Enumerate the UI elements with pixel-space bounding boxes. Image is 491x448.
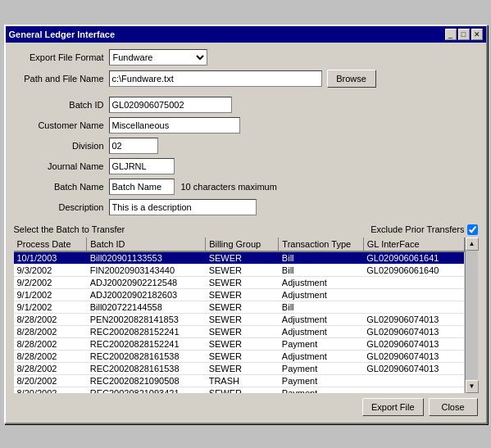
table-row[interactable]: 8/20/2002REC20020821090508TRASHPayment bbox=[14, 374, 465, 387]
table-cell: GL020906074013 bbox=[363, 362, 464, 374]
table-cell: SEWER bbox=[206, 362, 279, 374]
table-cell: Bill bbox=[279, 251, 363, 265]
table-cell: ADJ20020902182603 bbox=[87, 288, 206, 301]
table-cell bbox=[363, 288, 464, 301]
title-bar: General Ledger Interface _ □ ✕ bbox=[6, 26, 486, 43]
table-cell: FIN20020903143440 bbox=[87, 264, 206, 276]
export-format-select[interactable]: Fundware bbox=[109, 49, 207, 66]
batch-name-row: Batch Name 10 characters maximum bbox=[14, 179, 478, 195]
table-row[interactable]: 8/28/2002REC20020828152241SEWERPaymentGL… bbox=[14, 337, 465, 350]
table-row[interactable]: 8/28/2002REC20020828152241SEWERAdjustmen… bbox=[14, 325, 465, 337]
table-cell: 8/28/2002 bbox=[14, 337, 87, 350]
close-button[interactable]: ✕ bbox=[471, 29, 483, 40]
batch-table-container: Process Date Batch ID Billing Group Tran… bbox=[14, 238, 478, 393]
table-cell: SEWER bbox=[206, 325, 279, 337]
table-row[interactable]: 9/2/2002ADJ20020902212548SEWERAdjustment bbox=[14, 276, 465, 288]
browse-button[interactable]: Browse bbox=[327, 70, 376, 88]
table-row[interactable]: 9/1/2002Bill020722144558SEWERBill bbox=[14, 301, 465, 313]
path-label: Path and File Name bbox=[14, 74, 104, 84]
table-cell: 8/20/2002 bbox=[14, 374, 87, 387]
table-row[interactable]: 9/3/2002FIN20020903143440SEWERBillGL0209… bbox=[14, 264, 465, 276]
col-process-date: Process Date bbox=[14, 238, 87, 251]
exclude-transfers-checkbox[interactable] bbox=[467, 224, 478, 235]
table-cell: REC20020821093421 bbox=[87, 387, 206, 393]
table-cell: Payment bbox=[279, 337, 363, 350]
scroll-down-button[interactable]: ▼ bbox=[466, 380, 479, 393]
table-row[interactable]: 8/28/2002REC20020828161538SEWERAdjustmen… bbox=[14, 350, 465, 362]
table-cell: 8/28/2002 bbox=[14, 325, 87, 337]
table-cell: Adjustment bbox=[279, 313, 363, 325]
table-cell: Payment bbox=[279, 374, 363, 387]
table-cell: Bill bbox=[279, 301, 363, 313]
table-cell: SEWER bbox=[206, 251, 279, 265]
table-row[interactable]: 8/28/2002REC20020828161538SEWERPaymentGL… bbox=[14, 362, 465, 374]
table-cell: GL020906074013 bbox=[363, 350, 464, 362]
table-row[interactable]: 9/1/2002ADJ20020902182603SEWERAdjustment bbox=[14, 288, 465, 301]
table-cell: 8/28/2002 bbox=[14, 313, 87, 325]
table-cell: REC20020828152241 bbox=[87, 337, 206, 350]
batch-id-input[interactable] bbox=[109, 97, 232, 113]
table-cell: SEWER bbox=[206, 288, 279, 301]
close-button-main[interactable]: Close bbox=[429, 398, 478, 416]
table-cell: 8/28/2002 bbox=[14, 362, 87, 374]
table-cell: REC20020828161538 bbox=[87, 362, 206, 374]
division-input[interactable] bbox=[109, 138, 158, 154]
col-batch-id: Batch ID bbox=[87, 238, 206, 251]
table-row[interactable]: 8/28/2002PEN20020828141853SEWERAdjustmen… bbox=[14, 313, 465, 325]
path-input[interactable] bbox=[109, 70, 322, 87]
table-cell: SEWER bbox=[206, 264, 279, 276]
table-cell: GL020906074013 bbox=[363, 337, 464, 350]
table-cell: GL020906074013 bbox=[363, 325, 464, 337]
table-cell: 10/1/2003 bbox=[14, 251, 87, 265]
table-cell: REC20020828161538 bbox=[87, 350, 206, 362]
exclude-label-text: Exclude Prior Transfers bbox=[371, 224, 464, 234]
minimize-button[interactable]: _ bbox=[445, 29, 457, 40]
journal-name-label: Journal Name bbox=[14, 161, 104, 171]
table-cell: Adjustment bbox=[279, 288, 363, 301]
customer-name-input[interactable] bbox=[109, 117, 240, 133]
batch-name-input[interactable] bbox=[109, 179, 175, 195]
table-cell: SEWER bbox=[206, 337, 279, 350]
table-cell: Payment bbox=[279, 362, 363, 374]
table-cell bbox=[363, 276, 464, 288]
table-cell: TRASH bbox=[206, 374, 279, 387]
table-cell: REC20020821090508 bbox=[87, 374, 206, 387]
table-cell: Payment bbox=[279, 387, 363, 393]
table-cell: SEWER bbox=[206, 313, 279, 325]
table-row[interactable]: 8/20/2002REC20020821093421SEWERPayment bbox=[14, 387, 465, 393]
table-cell: GL020906074013 bbox=[363, 313, 464, 325]
description-row: Description bbox=[14, 199, 478, 215]
export-file-button[interactable]: Export File bbox=[362, 398, 424, 416]
customer-name-row: Customer Name bbox=[14, 117, 478, 133]
table-cell: GL020906061640 bbox=[363, 264, 464, 276]
table-cell: 9/1/2002 bbox=[14, 288, 87, 301]
table-cell: Bill bbox=[279, 264, 363, 276]
division-label: Division bbox=[14, 141, 104, 151]
table-scrollbar[interactable]: ▲ ▼ bbox=[465, 238, 478, 393]
table-cell: SEWER bbox=[206, 387, 279, 393]
batch-name-note: 10 characters maximum bbox=[181, 182, 277, 192]
col-transaction-type: Transaction Type bbox=[279, 238, 363, 251]
description-label: Description bbox=[14, 202, 104, 212]
table-cell: Bill020901133553 bbox=[87, 251, 206, 265]
batch-table: Process Date Batch ID Billing Group Tran… bbox=[14, 238, 465, 393]
table-cell: 9/1/2002 bbox=[14, 301, 87, 313]
table-cell: ADJ20020902212548 bbox=[87, 276, 206, 288]
table-cell: 8/28/2002 bbox=[14, 350, 87, 362]
customer-name-label: Customer Name bbox=[14, 120, 104, 130]
journal-name-row: Journal Name bbox=[14, 158, 478, 174]
main-window: General Ledger Interface _ □ ✕ Export Fi… bbox=[4, 25, 488, 424]
table-cell: PEN20020828141853 bbox=[87, 313, 206, 325]
scroll-up-button[interactable]: ▲ bbox=[466, 238, 479, 251]
table-cell bbox=[363, 301, 464, 313]
table-cell: REC20020828152241 bbox=[87, 325, 206, 337]
division-row: Division bbox=[14, 138, 478, 154]
table-cell bbox=[363, 374, 464, 387]
col-gl-interface: GL InterFace bbox=[363, 238, 464, 251]
description-input[interactable] bbox=[109, 199, 257, 215]
maximize-button[interactable]: □ bbox=[458, 29, 470, 40]
batch-name-label: Batch Name bbox=[14, 182, 104, 192]
table-row[interactable]: 10/1/2003Bill020901133553SEWERBillGL0209… bbox=[14, 251, 465, 265]
journal-name-input[interactable] bbox=[109, 158, 175, 174]
title-bar-controls: _ □ ✕ bbox=[445, 29, 483, 40]
